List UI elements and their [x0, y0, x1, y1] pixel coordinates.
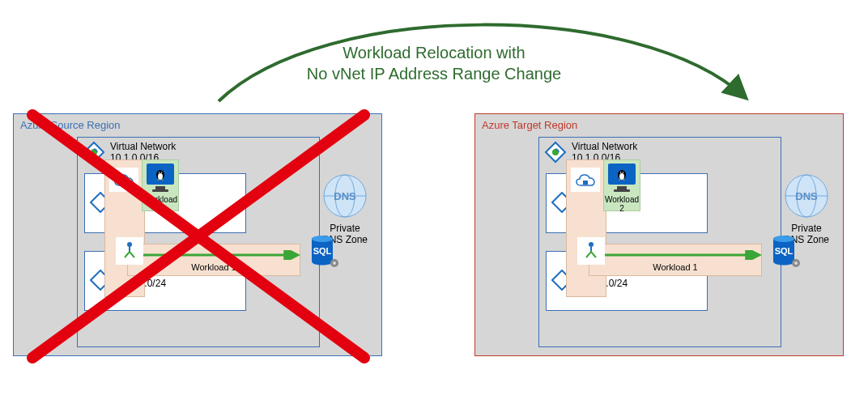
workload-2-label: Workload 2 [604, 195, 640, 213]
dns-globe-icon: DNS [784, 173, 829, 219]
svg-point-16 [333, 261, 336, 265]
svg-text:SQL: SQL [313, 246, 332, 256]
svg-text:DNS: DNS [795, 190, 818, 202]
dns-globe-icon: DNS [322, 173, 368, 219]
target-region-box: Azure Target Region Workload 1 Virtual N… [474, 113, 844, 356]
svg-point-8 [159, 172, 160, 173]
svg-point-10 [127, 242, 132, 247]
svg-rect-5 [121, 181, 126, 185]
svg-rect-22 [583, 181, 588, 185]
svg-point-30 [773, 236, 794, 242]
title-line-2: No vNet IP Address Range Change [0, 63, 868, 84]
cloud-service-icon [109, 168, 138, 192]
workload-2-label: Workload 2 [143, 195, 178, 213]
linux-vm-icon: Workload 2 [603, 159, 640, 211]
svg-point-24 [619, 173, 624, 180]
azure-sql-icon: SQL [304, 232, 341, 270]
workload-1-label: Workload 1 [191, 262, 236, 272]
vnet-icon [544, 141, 567, 164]
data-flow-arrow [605, 250, 764, 260]
linux-vm-icon: Workload 2 [142, 159, 179, 211]
target-region-title: Azure Target Region [482, 119, 577, 131]
vnet-icon [83, 141, 105, 164]
title-line-1: Workload Relocation with [0, 42, 868, 63]
workload-1-overlay: Workload 1 [589, 244, 762, 276]
svg-point-26 [623, 172, 624, 173]
svg-point-27 [589, 242, 594, 247]
data-flow-arrow [143, 250, 302, 260]
svg-point-9 [161, 172, 163, 173]
svg-point-33 [794, 261, 798, 265]
svg-text:SQL: SQL [775, 246, 794, 256]
svg-point-13 [312, 236, 333, 242]
diagram-title: Workload Relocation with No vNet IP Addr… [0, 42, 868, 84]
private-endpoint-icon [577, 237, 605, 265]
private-endpoint-icon [116, 237, 143, 265]
cloud-service-icon [571, 168, 600, 192]
workload-1-label: Workload 1 [653, 262, 697, 272]
svg-point-25 [620, 172, 622, 173]
svg-text:DNS: DNS [334, 190, 356, 202]
source-region-box: Azure Source Region Workload 1 Virtual N… [13, 113, 382, 356]
svg-point-7 [158, 173, 163, 180]
azure-sql-icon: SQL [765, 232, 802, 270]
source-region-title: Azure Source Region [20, 119, 121, 131]
workload-1-overlay: Workload 1 [127, 244, 300, 276]
